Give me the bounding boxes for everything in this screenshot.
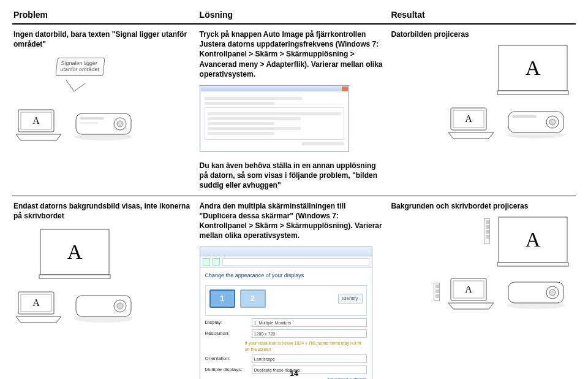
- dialog-title: Change the appearance of your displays: [200, 268, 372, 279]
- callout-bubble: Signalen ligger utanför området: [55, 58, 105, 76]
- col-problem: Problem: [12, 7, 198, 24]
- address-bar: [222, 258, 369, 266]
- laptop-icon: A: [446, 105, 499, 140]
- adapter-dialog-screenshot: [200, 85, 349, 152]
- close-icon: [342, 86, 348, 91]
- illustration-result-screen: A: [391, 43, 570, 97]
- monitor-preview: 1 2 Identify: [205, 285, 367, 316]
- lbl-orientation: Orientation:: [205, 356, 248, 362]
- svg-text:A: A: [465, 113, 472, 124]
- illustration-result-devices: A: [391, 103, 570, 140]
- table-row: Endast datorns bakgrundsbild visas, inte…: [12, 196, 576, 379]
- projector-icon: [70, 287, 137, 324]
- troubleshooting-table: Problem Lösning Resultat Ingen datorbild…: [12, 7, 576, 379]
- table-row: Ingen datorbild, bara texten "Signal lig…: [12, 24, 576, 196]
- result-text: Bakgrunden och skrivbordet projiceras: [391, 201, 570, 211]
- svg-rect-11: [497, 91, 568, 94]
- problem-text: Endast datorns bakgrundsbild visas, inte…: [13, 201, 192, 221]
- svg-text:A: A: [526, 228, 541, 251]
- projector-icon: [502, 274, 570, 310]
- field-resolution[interactable]: 1280 x 720: [252, 329, 367, 338]
- laptop-icon: A: [446, 276, 499, 310]
- illustration-problem2-screen: A: [38, 227, 192, 281]
- svg-text:A: A: [526, 56, 541, 79]
- svg-rect-22: [39, 275, 110, 278]
- monitor-1: 1: [209, 289, 235, 308]
- mid-note: Du kan även behöva ställa in en annan up…: [200, 161, 384, 191]
- lbl-display: Display:: [205, 320, 248, 326]
- svg-text:A: A: [465, 284, 472, 294]
- projector-icon: [502, 103, 570, 140]
- svg-rect-8: [80, 122, 98, 124]
- monitor-2: 2: [240, 289, 266, 308]
- desktop-icons: [434, 283, 440, 301]
- page-number: 14: [0, 369, 588, 378]
- svg-point-6: [117, 121, 123, 127]
- projection-screen-icon: A: [496, 215, 570, 269]
- illustration-problem2-devices: A: [13, 287, 192, 324]
- lbl-resolution: Resolution:: [205, 331, 248, 337]
- svg-point-18: [549, 119, 556, 125]
- illustration-problem: A: [13, 105, 192, 142]
- signal-callout: Signalen ligger utanför området: [56, 58, 192, 90]
- back-icon: [203, 258, 210, 266]
- svg-text:A: A: [67, 240, 83, 263]
- svg-rect-32: [497, 262, 568, 266]
- svg-rect-7: [80, 117, 104, 120]
- solution-text: Ändra den multipla skärminställningen ti…: [200, 201, 384, 241]
- identify-button[interactable]: Identify: [338, 294, 363, 304]
- illustration-result2-screen: A: [391, 215, 570, 269]
- laptop-icon: A: [13, 289, 66, 324]
- desktop-icons: [484, 218, 490, 244]
- problem-text: Ingen datorbild, bara texten "Signal lig…: [13, 29, 192, 49]
- projection-screen-icon: A: [496, 43, 570, 97]
- laptop-icon: A: [13, 107, 66, 142]
- col-losning: Lösning: [198, 7, 390, 24]
- field-display[interactable]: 1. Multiple Monitors: [252, 318, 367, 327]
- col-resultat: Resultat: [390, 7, 576, 24]
- screen-resolution-dialog: Change the appearance of your displays 1…: [200, 247, 372, 379]
- illustration-result2-devices: A: [391, 274, 570, 310]
- svg-text:A: A: [32, 115, 40, 126]
- projector-icon: [70, 105, 137, 142]
- svg-text:A: A: [32, 297, 40, 308]
- result-text: Datorbilden projiceras: [391, 29, 570, 39]
- solution-text: Tryck på knappen Auto Image på fjärrkont…: [200, 29, 384, 79]
- projection-screen-icon: A: [38, 227, 111, 281]
- forward-icon: [213, 258, 220, 266]
- res-hint: If your resolution is below 1024 x 768, …: [245, 340, 367, 352]
- svg-point-39: [549, 289, 556, 296]
- field-orientation[interactable]: Landscape: [252, 354, 367, 363]
- svg-rect-19: [512, 115, 537, 118]
- svg-point-29: [117, 303, 123, 309]
